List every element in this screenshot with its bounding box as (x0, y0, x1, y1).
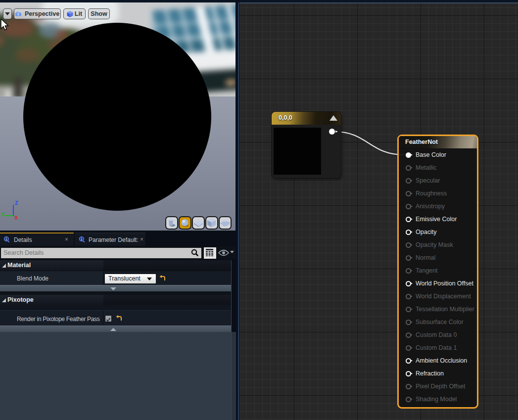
svg-text:i: i (6, 237, 7, 241)
svg-text:i: i (81, 237, 82, 241)
